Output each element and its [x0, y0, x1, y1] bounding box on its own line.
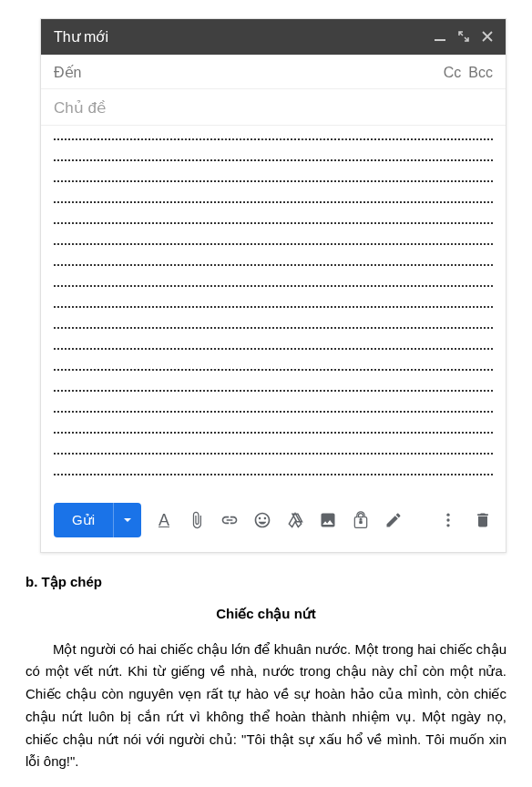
send-group: Gửi	[54, 503, 141, 537]
window-controls	[435, 30, 493, 45]
more-icon[interactable]	[438, 510, 458, 530]
drive-icon[interactable]	[285, 510, 305, 530]
send-button[interactable]: Gửi	[54, 503, 113, 537]
compose-header: Thư mới	[41, 19, 506, 55]
send-options-button[interactable]	[113, 503, 141, 537]
dotted-line	[54, 180, 493, 182]
svg-point-2	[446, 514, 449, 516]
article-title: Chiếc chậu nứt	[26, 603, 506, 626]
dotted-line	[54, 264, 493, 266]
article-section: b. Tập chép Chiếc chậu nứt Một người có …	[0, 553, 532, 787]
cc-bcc-controls: Cc Bcc	[444, 65, 493, 81]
dotted-line	[54, 243, 493, 245]
compose-toolbar: Gửi A	[41, 492, 506, 552]
to-label: Đến	[54, 64, 444, 81]
dotted-line	[54, 411, 493, 413]
minimize-icon[interactable]	[435, 30, 445, 45]
trash-icon[interactable]	[473, 510, 493, 530]
article-body: Một người có hai chiếc chậu lớn để khuân…	[26, 639, 506, 774]
confidential-icon[interactable]	[351, 510, 371, 530]
dotted-line	[54, 222, 493, 224]
svg-point-3	[446, 518, 449, 521]
bcc-button[interactable]: Bcc	[468, 65, 493, 81]
cc-button[interactable]: Cc	[444, 65, 462, 81]
compose-window: Thư mới Đến Cc Bcc Chủ đề Gửi	[40, 18, 506, 553]
expand-icon[interactable]	[458, 30, 469, 45]
link-icon[interactable]	[220, 510, 240, 530]
dotted-line	[54, 201, 493, 203]
to-field-row[interactable]: Đến Cc Bcc	[41, 55, 506, 89]
emoji-icon[interactable]	[252, 510, 272, 530]
format-text-icon[interactable]: A	[154, 510, 174, 530]
compose-title: Thư mới	[54, 28, 435, 46]
dotted-line	[54, 306, 493, 308]
dotted-line	[54, 327, 493, 329]
subject-field-row[interactable]: Chủ đề	[41, 89, 506, 126]
right-tools	[438, 510, 493, 530]
formatting-tools: A	[154, 510, 438, 530]
svg-rect-0	[435, 39, 445, 41]
dotted-line	[54, 474, 493, 475]
photo-icon[interactable]	[318, 510, 338, 530]
pen-icon[interactable]	[384, 510, 404, 530]
attach-icon[interactable]	[187, 510, 207, 530]
dotted-line	[54, 348, 493, 350]
section-label: b. Tập chép	[26, 571, 506, 594]
dotted-line	[54, 159, 493, 161]
close-icon[interactable]	[482, 30, 493, 45]
dotted-line	[54, 285, 493, 287]
compose-body[interactable]	[41, 126, 506, 492]
dotted-line	[54, 369, 493, 371]
dotted-line	[54, 138, 493, 140]
svg-point-4	[446, 524, 449, 526]
svg-point-1	[359, 521, 362, 524]
subject-placeholder: Chủ đề	[54, 99, 106, 117]
dotted-line	[54, 390, 493, 392]
dotted-line	[54, 432, 493, 434]
dotted-line	[54, 453, 493, 455]
